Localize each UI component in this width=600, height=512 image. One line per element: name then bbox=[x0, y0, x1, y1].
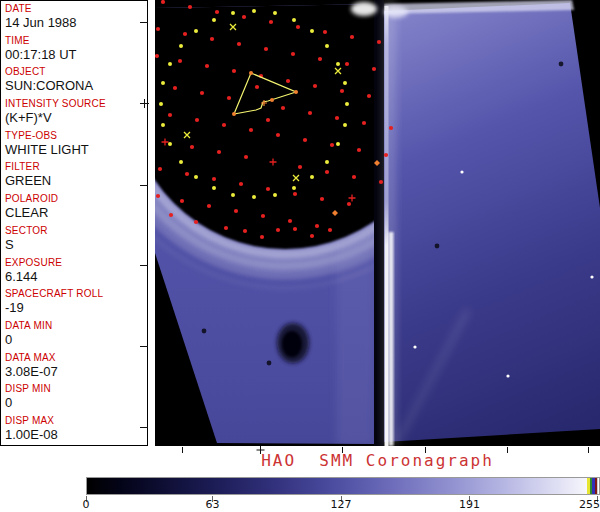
metadata-field: TIME00:17:18 UT bbox=[5, 35, 147, 67]
metadata-value: 14 Jun 1988 bbox=[5, 15, 147, 30]
metadata-label: INTENSITY SOURCE bbox=[5, 98, 147, 110]
metadata-value: 0 bbox=[5, 332, 147, 347]
metadata-field: DATE14 Jun 1988 bbox=[5, 3, 147, 35]
metadata-field: SPACECRAFT ROLL-19 bbox=[5, 288, 147, 320]
metadata-value: (K+F)*V bbox=[5, 110, 147, 125]
colorbar-overflow-stripe bbox=[597, 478, 598, 494]
metadata-value: S bbox=[5, 237, 147, 252]
metadata-value: 0 bbox=[5, 395, 147, 410]
bright-streak bbox=[385, 6, 389, 446]
image-title: HAO SMM Coronagraph bbox=[155, 451, 600, 470]
metadata-field: OBJECTSUN:CORONA bbox=[5, 66, 147, 98]
colorbar-tick-label: 255 bbox=[579, 499, 600, 511]
colorbar-tick-label: 63 bbox=[205, 499, 219, 511]
metadata-label: SECTOR bbox=[5, 225, 147, 237]
app-window: DATE14 Jun 1988TIME00:17:18 UTOBJECTSUN:… bbox=[0, 0, 600, 512]
metadata-field: DATA MIN0 bbox=[5, 320, 147, 352]
colorbar-tick-label: 191 bbox=[459, 499, 480, 511]
metadata-value: CLEAR bbox=[5, 205, 147, 220]
metadata-field: POLAROIDCLEAR bbox=[5, 193, 147, 225]
metadata-value: GREEN bbox=[5, 173, 147, 188]
metadata-label: TIME bbox=[5, 35, 147, 47]
metadata-value: 6.144 bbox=[5, 269, 147, 284]
metadata-value: -19 bbox=[5, 300, 147, 315]
metadata-label: DISP MIN bbox=[5, 383, 147, 395]
metadata-field: SECTORS bbox=[5, 225, 147, 257]
metadata-field: EXPOSURE6.144 bbox=[5, 257, 147, 289]
metadata-label: FILTER bbox=[5, 161, 147, 173]
metadata-label: SPACECRAFT ROLL bbox=[5, 288, 147, 300]
metadata-label: DATA MIN bbox=[5, 320, 147, 332]
metadata-label: DISP MAX bbox=[5, 415, 147, 427]
metadata-label: DATE bbox=[5, 3, 147, 15]
coronagraph-image bbox=[140, 0, 600, 455]
colorbar-gradient bbox=[86, 477, 600, 495]
metadata-field: TYPE-OBSWHITE LIGHT bbox=[5, 130, 147, 162]
metadata-label: POLAROID bbox=[5, 193, 147, 205]
metadata-field: DISP MIN0 bbox=[5, 383, 147, 415]
metadata-label: TYPE-OBS bbox=[5, 130, 147, 142]
metadata-label: OBJECT bbox=[5, 66, 147, 78]
frame-seam-gap bbox=[374, 0, 384, 446]
metadata-label: EXPOSURE bbox=[5, 257, 147, 269]
metadata-value: SUN:CORONA bbox=[5, 78, 147, 93]
metadata-field: INTENSITY SOURCE(K+F)*V bbox=[5, 98, 147, 130]
metadata-field: DISP MAX1.00E-08 bbox=[5, 415, 147, 446]
metadata-field: DATA MAX3.08E-07 bbox=[5, 352, 147, 384]
colorbar-tick-label: 127 bbox=[330, 499, 351, 511]
metadata-value: 00:17:18 UT bbox=[5, 47, 147, 62]
metadata-value: WHITE LIGHT bbox=[5, 142, 147, 157]
right-frame-panel bbox=[384, 3, 600, 442]
metadata-field: FILTERGREEN bbox=[5, 161, 147, 193]
colorbar-tick-label: 0 bbox=[83, 499, 90, 511]
metadata-value: 1.00E-08 bbox=[5, 427, 147, 442]
metadata-panel: DATE14 Jun 1988TIME00:17:18 UTOBJECTSUN:… bbox=[0, 0, 148, 446]
metadata-value: 3.08E-07 bbox=[5, 364, 147, 379]
metadata-label: DATA MAX bbox=[5, 352, 147, 364]
